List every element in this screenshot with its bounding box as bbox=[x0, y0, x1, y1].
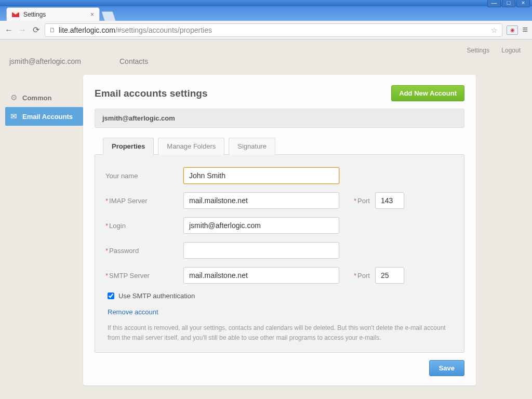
nav-email-link[interactable]: jsmith@afterlogic.com bbox=[9, 57, 81, 65]
imap-server-input[interactable] bbox=[183, 192, 339, 209]
tab-signature[interactable]: Signature bbox=[229, 138, 275, 155]
imap-port-label: *Port bbox=[354, 197, 370, 205]
properties-form: Your name *IMAP Server *Port *Login *Pas… bbox=[95, 154, 464, 353]
back-icon[interactable]: ← bbox=[4, 25, 14, 35]
tab-manage-folders[interactable]: Manage Folders bbox=[158, 138, 224, 155]
remove-account-link[interactable]: Remove account bbox=[108, 308, 158, 316]
add-account-button[interactable]: Add New Account bbox=[391, 85, 464, 101]
window-titlebar: — □ × bbox=[0, 0, 532, 6]
sidebar-item-common[interactable]: Common bbox=[5, 88, 83, 107]
page-title: Email accounts settings bbox=[95, 88, 208, 99]
imap-port-input[interactable] bbox=[375, 192, 404, 209]
sidebar-item-email-accounts[interactable]: Email Accounts bbox=[5, 107, 83, 126]
gear-icon bbox=[10, 93, 17, 102]
password-label: *Password bbox=[105, 247, 178, 255]
window-minimize-button[interactable]: — bbox=[487, 0, 501, 7]
forward-icon[interactable]: → bbox=[18, 25, 27, 35]
reload-icon[interactable]: ⟳ bbox=[31, 25, 41, 35]
smtp-server-input[interactable] bbox=[183, 267, 339, 284]
extension-icon[interactable]: ◉ bbox=[507, 25, 518, 35]
bookmark-star-icon[interactable]: ☆ bbox=[491, 26, 498, 34]
password-input[interactable] bbox=[183, 242, 339, 259]
nav-contacts-link[interactable]: Contacts bbox=[119, 57, 148, 65]
name-input[interactable] bbox=[183, 167, 339, 184]
sidebar: Common Email Accounts bbox=[5, 88, 83, 126]
imap-label: *IMAP Server bbox=[105, 197, 178, 205]
settings-link[interactable]: Settings bbox=[467, 47, 489, 54]
smtp-label: *SMTP Server bbox=[105, 272, 178, 280]
sidebar-item-label: Email Accounts bbox=[22, 113, 73, 121]
smtp-auth-checkbox[interactable] bbox=[108, 292, 114, 299]
tab-properties[interactable]: Properties bbox=[103, 138, 154, 155]
settings-panel: Email accounts settings Add New Account … bbox=[83, 75, 476, 385]
url-path: /#settings/accounts/properties bbox=[115, 26, 212, 34]
window-maximize-button[interactable]: □ bbox=[502, 0, 515, 7]
save-button[interactable]: Save bbox=[429, 360, 464, 376]
address-bar: ← → ⟳ 🗋 lite.afterlogic.com/#settings/ac… bbox=[0, 21, 532, 39]
smtp-auth-label: Use SMTP authentication bbox=[118, 292, 195, 300]
tabs: Properties Manage Folders Signature bbox=[103, 137, 464, 154]
window-close-button[interactable]: × bbox=[516, 0, 530, 7]
url-input[interactable]: 🗋 lite.afterlogic.com/#settings/accounts… bbox=[45, 23, 502, 37]
mail-icon bbox=[10, 112, 17, 121]
chrome-menu-icon[interactable]: ≡ bbox=[522, 24, 528, 35]
smtp-port-input[interactable] bbox=[375, 267, 404, 284]
smtp-port-label: *Port bbox=[354, 272, 370, 280]
globe-icon: 🗋 bbox=[49, 26, 56, 34]
login-label: *Login bbox=[105, 222, 178, 230]
sidebar-item-label: Common bbox=[22, 94, 51, 102]
login-input[interactable] bbox=[183, 217, 339, 234]
name-label: Your name bbox=[105, 172, 178, 180]
url-host: lite.afterlogic.com bbox=[59, 26, 115, 34]
logout-link[interactable]: Logout bbox=[501, 47, 521, 54]
browser-tab[interactable]: Settings × bbox=[6, 7, 100, 21]
account-header[interactable]: jsmith@afterlogic.com bbox=[95, 109, 464, 128]
tab-close-icon[interactable]: × bbox=[90, 11, 94, 18]
new-tab-button[interactable] bbox=[101, 11, 116, 21]
mail-favicon-icon bbox=[12, 12, 19, 17]
browser-tab-title: Settings bbox=[23, 11, 46, 18]
remove-account-note: If this account is removed, all your set… bbox=[108, 323, 451, 343]
top-links: Settings Logout bbox=[457, 47, 521, 54]
browser-tab-strip: Settings × bbox=[0, 6, 532, 21]
